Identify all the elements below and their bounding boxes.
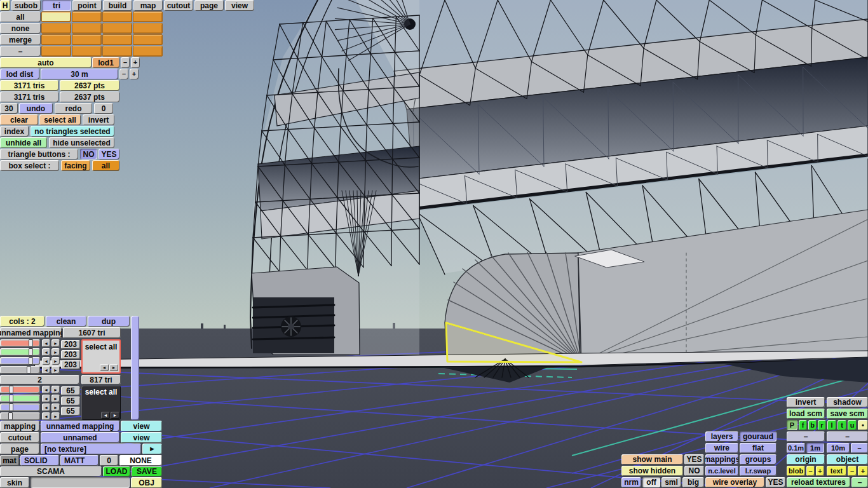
layers-dash-button[interactable]: – [787, 431, 825, 442]
text-plus-button[interactable]: + [858, 466, 868, 476]
nc-level-button[interactable]: n.c.level [705, 466, 738, 476]
show-hidden-toggle[interactable]: NO [684, 466, 704, 476]
proj-r-button[interactable]: r [818, 420, 826, 430]
mappings-button[interactable]: mappings [705, 454, 738, 464]
proj-dot-button[interactable]: • [858, 420, 868, 430]
nrm-off-button[interactable]: off [642, 477, 660, 487]
wire-overlay-toggle[interactable]: YES [766, 477, 785, 487]
wire-button[interactable]: wire [705, 443, 738, 453]
reload-textures-button[interactable]: reload textures [787, 477, 850, 487]
origin-button[interactable]: origin [787, 454, 825, 464]
layers-dash-button[interactable]: – [827, 431, 868, 442]
reload-dash-button[interactable]: – [851, 477, 868, 487]
proj-t-button[interactable]: t [837, 420, 846, 430]
nrm-sml-button[interactable]: sml [661, 477, 681, 487]
blob-button[interactable]: blob [787, 466, 805, 476]
nrm-big-button[interactable]: big [682, 477, 704, 487]
groups-button[interactable]: groups [740, 454, 776, 464]
snap-dash-button[interactable]: – [851, 443, 868, 453]
shadow-button[interactable]: shadow [827, 397, 868, 407]
proj-b-button[interactable]: b [808, 420, 817, 430]
show-main-toggle[interactable]: YES [684, 454, 704, 464]
save-scm-button[interactable]: save scm [827, 409, 868, 419]
layers-button[interactable]: layers [705, 431, 738, 442]
view-panel: invert shadow load scm save scm P f b r … [0, 0, 868, 488]
invert-view-button[interactable]: invert [787, 397, 825, 407]
blob-plus-button[interactable]: + [816, 466, 824, 476]
object-button[interactable]: object [827, 454, 868, 464]
text-minus-button[interactable]: – [848, 466, 857, 476]
wire-overlay-button[interactable]: wire overlay [705, 477, 764, 487]
snap-10m-button[interactable]: 10m [827, 443, 850, 453]
show-main-button[interactable]: show main [621, 454, 683, 464]
snap-1m-button[interactable]: 1m [806, 443, 824, 453]
nrm-button[interactable]: nrm [621, 477, 641, 487]
proj-u-button[interactable]: u [848, 420, 857, 430]
show-hidden-button[interactable]: show hidden [621, 466, 683, 476]
text-button[interactable]: text [827, 466, 846, 476]
flat-button[interactable]: flat [740, 443, 776, 453]
gouraud-button[interactable]: gouraud [740, 431, 776, 442]
app-window: H subob tri point build map cutout page … [0, 0, 868, 488]
load-scm-button[interactable]: load scm [787, 409, 825, 419]
proj-l-button[interactable]: l [827, 420, 836, 430]
snap-01m-button[interactable]: 0.1m [787, 443, 805, 453]
proj-f-button[interactable]: f [799, 420, 807, 430]
blob-minus-button[interactable]: – [806, 466, 815, 476]
proj-p-button[interactable]: P [787, 420, 797, 430]
lr-swap-button[interactable]: l.r.swap [740, 466, 776, 476]
